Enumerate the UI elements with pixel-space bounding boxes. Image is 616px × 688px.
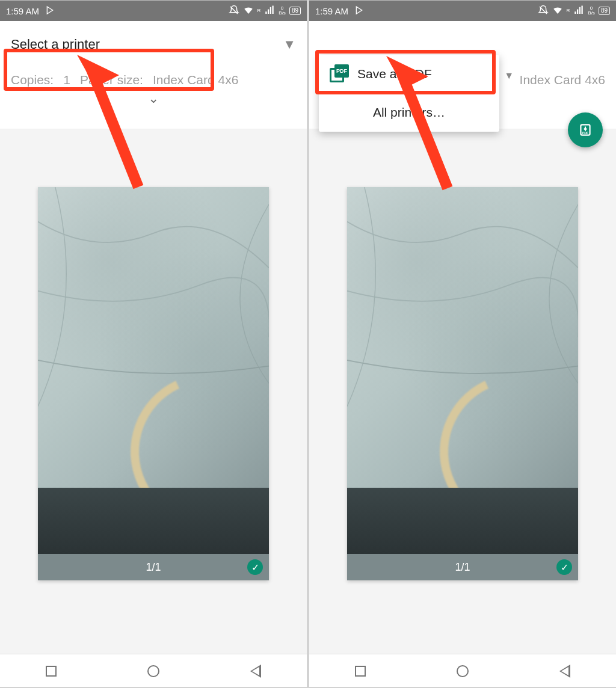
page-selected-icon[interactable]: ✓ xyxy=(556,559,572,575)
preview-page[interactable]: 1/1 ✓ xyxy=(38,187,269,580)
print-controls: Select a printer ▼ Copies: 1 Paper size:… xyxy=(0,21,307,129)
roaming-indicator: R xyxy=(567,8,570,13)
status-bar: 1:59 AM R 0 B/s 89 xyxy=(0,1,307,21)
paper-size-value[interactable]: Index Card 4x6 xyxy=(520,73,605,87)
all-printers-option[interactable]: All printers… xyxy=(319,93,499,132)
save-as-pdf-label: Save as PDF xyxy=(357,67,432,81)
paper-size-label: Paper size: xyxy=(80,73,143,87)
dropdown-caret-icon: ▼ xyxy=(504,70,514,81)
preview-page[interactable]: 1/1 ✓ xyxy=(347,187,578,580)
print-controls: Index Card 4x6 ▼ PDF Save as PDF All pri… xyxy=(309,21,616,129)
printer-label: Select a printer xyxy=(11,37,274,52)
roaming-indicator: R xyxy=(257,8,261,13)
page-selected-icon[interactable]: ✓ xyxy=(247,559,263,575)
page-footer: 1/1 ✓ xyxy=(347,554,578,580)
play-store-icon xyxy=(45,5,55,17)
clock: 1:59 AM xyxy=(6,6,39,16)
dropdown-caret-icon: ▼ xyxy=(283,37,296,52)
copies-value[interactable]: 1 xyxy=(63,73,70,87)
save-as-pdf-option[interactable]: PDF Save as PDF xyxy=(319,55,499,93)
print-preview-area[interactable]: 1/1 ✓ xyxy=(0,129,307,654)
svg-text:PDF: PDF xyxy=(582,131,590,135)
android-navbar xyxy=(0,654,307,687)
back-button[interactable] xyxy=(559,665,570,678)
battery-indicator: 89 xyxy=(599,7,610,15)
recent-apps-button[interactable] xyxy=(46,666,57,677)
signal-icon xyxy=(264,5,275,17)
data-rate-indicator: 0 B/s xyxy=(588,6,595,16)
screenshot-left: 1:59 AM R 0 B/s 89 Select a print xyxy=(0,0,307,688)
back-button[interactable] xyxy=(250,665,261,678)
page-counter: 1/1 xyxy=(455,561,470,574)
home-button[interactable] xyxy=(147,665,159,677)
play-store-icon xyxy=(354,5,364,17)
status-bar: 1:59 AM R 0 B/s 89 xyxy=(309,1,616,21)
android-navbar xyxy=(309,654,616,687)
print-options-row: Copies: 1 Paper size: Index Card 4x6 xyxy=(11,73,296,87)
download-pdf-fab[interactable]: PDF xyxy=(568,112,603,147)
all-printers-label: All printers… xyxy=(373,105,445,120)
battery-indicator: 89 xyxy=(289,7,301,15)
wifi-icon xyxy=(243,5,254,17)
paper-size-value[interactable]: Index Card 4x6 xyxy=(153,73,238,87)
wifi-icon xyxy=(552,5,563,17)
select-printer-dropdown[interactable]: Select a printer ▼ xyxy=(11,27,296,62)
recent-apps-button[interactable] xyxy=(355,666,366,677)
preview-image xyxy=(347,187,578,554)
printer-dropdown-panel: PDF Save as PDF All printers… xyxy=(319,55,499,132)
page-counter: 1/1 xyxy=(146,561,161,574)
screenshot-right: 1:59 AM R 0 B/s 89 Index Car xyxy=(309,0,616,688)
notifications-off-icon xyxy=(538,5,549,17)
page-footer: 1/1 ✓ xyxy=(38,554,269,580)
print-preview-area[interactable]: 1/1 ✓ xyxy=(309,129,616,654)
notifications-off-icon xyxy=(229,5,239,17)
signal-icon xyxy=(573,5,584,17)
expand-options-icon[interactable]: ⌄ xyxy=(148,91,159,106)
pdf-icon: PDF xyxy=(330,64,349,84)
data-rate-indicator: 0 B/s xyxy=(279,6,286,16)
home-button[interactable] xyxy=(457,665,469,677)
clock: 1:59 AM xyxy=(315,6,348,16)
copies-label: Copies: xyxy=(11,73,54,87)
preview-image xyxy=(38,187,269,554)
